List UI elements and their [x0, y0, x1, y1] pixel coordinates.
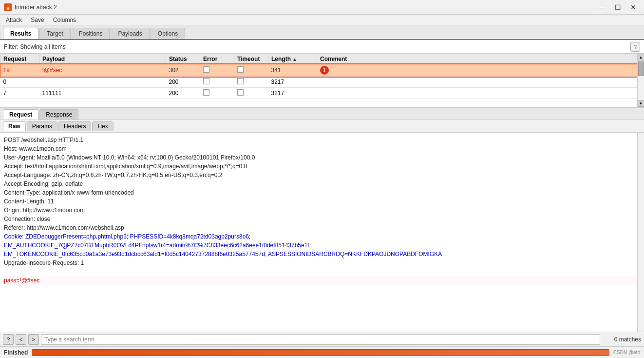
- search-prev-button[interactable]: <: [16, 334, 26, 345]
- request-line: Content-Length: 11: [4, 197, 640, 206]
- request-line: Upgrade-Insecure-Requests: 1: [4, 259, 640, 267]
- scroll-thumb[interactable]: [638, 61, 644, 76]
- request-line: POST /webshell.asp HTTP/1.1: [4, 136, 640, 144]
- tab-results[interactable]: Results: [3, 28, 38, 39]
- status-progress-bar: [32, 349, 609, 356]
- title-bar: 🔥 Intruder attack 2 — ☐ ✕: [0, 0, 644, 15]
- sub-tab-hex[interactable]: Hex: [92, 121, 113, 131]
- result-badge: 1: [320, 66, 329, 75]
- tab-positions[interactable]: Positions: [72, 28, 110, 39]
- search-next-button[interactable]: >: [28, 334, 39, 345]
- results-table: Request Payload Status Error Timeout Len…: [0, 54, 637, 99]
- request-line: Connection: close: [4, 215, 640, 223]
- request-line: pass=!@#sec: [4, 276, 640, 285]
- close-button[interactable]: ✕: [626, 2, 640, 12]
- col-header-request[interactable]: Request: [0, 54, 39, 64]
- maximize-button[interactable]: ☐: [611, 2, 625, 12]
- scroll-up-arrow[interactable]: ▲: [638, 54, 644, 60]
- col-header-length[interactable]: Length ▲: [268, 54, 317, 64]
- req-resp-tab-bar: Request Response: [0, 107, 644, 120]
- sub-tab-raw[interactable]: Raw: [3, 121, 26, 131]
- window-title: Intruder attack 2: [15, 4, 57, 11]
- main-container: Results Target Positions Payloads Option…: [0, 25, 644, 358]
- request-line: EM_AUTHCOOKIE_7QjPZ7c07BTMupbR0OVLd4PFnp…: [4, 241, 640, 250]
- col-header-payload[interactable]: Payload: [39, 54, 166, 64]
- request-line: [4, 267, 640, 276]
- request-line: Referer: http://www.c1moon.com/webshell.…: [4, 223, 640, 232]
- request-content: POST /webshell.asp HTTP/1.1Host: www.c1m…: [0, 133, 644, 332]
- status-text: Finished: [4, 349, 28, 356]
- request-line: EM_TOKENCOOKIE_0fc635cd0a1a3e73e93d1dcbc…: [4, 250, 640, 259]
- sub-tab-headers[interactable]: Headers: [58, 121, 91, 131]
- filter-bar: Filter: Showing all items ?: [0, 40, 644, 54]
- table-row[interactable]: 71111112003217: [0, 88, 637, 99]
- menu-save[interactable]: Save: [27, 16, 48, 24]
- tab-request[interactable]: Request: [3, 109, 38, 119]
- status-tag: CSDN @ato: [613, 350, 640, 355]
- search-help-button[interactable]: ?: [3, 334, 14, 345]
- col-header-error[interactable]: Error: [200, 54, 234, 64]
- menu-columns[interactable]: Columns: [49, 16, 80, 24]
- col-header-comment[interactable]: Comment: [317, 54, 637, 64]
- request-line: Cookie: ZDEDebuggerPresent=php,phtml,php…: [4, 232, 640, 241]
- window-controls: — ☐ ✕: [595, 2, 640, 12]
- tab-target[interactable]: Target: [39, 28, 70, 39]
- matches-count: 0 matches: [602, 336, 641, 343]
- menu-bar: Attack Save Columns: [0, 15, 644, 25]
- request-line: User-Agent: Mozilla/5.0 (Windows NT 10.0…: [4, 153, 640, 162]
- table-scrollbar[interactable]: ▲ ▼: [637, 54, 644, 107]
- request-line: Accept-Language: zh-CN,zh;q=0.8,zh-TW;q=…: [4, 171, 640, 179]
- minimize-button[interactable]: —: [595, 2, 609, 12]
- tab-payloads[interactable]: Payloads: [111, 28, 149, 39]
- content-scrollbar[interactable]: [637, 133, 644, 332]
- sub-tab-bar: Raw Params Headers Hex: [0, 120, 644, 133]
- scroll-down-arrow[interactable]: ▼: [638, 100, 644, 107]
- tab-response[interactable]: Response: [39, 109, 78, 119]
- request-line: Accept: text/html,application/xhtml+xml,…: [4, 162, 640, 171]
- request-line: Content-Type: application/x-www-form-url…: [4, 188, 640, 197]
- request-line: Origin: http://www.c1moon.com: [4, 206, 640, 215]
- table-row[interactable]: 19!@#sec3023411: [0, 64, 637, 77]
- results-table-container: Request Payload Status Error Timeout Len…: [0, 54, 644, 107]
- sub-tab-params[interactable]: Params: [27, 121, 57, 131]
- filter-help-button[interactable]: ?: [630, 42, 640, 52]
- menu-attack[interactable]: Attack: [2, 16, 26, 24]
- main-tab-bar: Results Target Positions Payloads Option…: [0, 25, 644, 40]
- request-line: Host: www.c1moon.com: [4, 144, 640, 153]
- col-header-status[interactable]: Status: [166, 54, 200, 64]
- table-row[interactable]: 02003217: [0, 77, 637, 88]
- search-input[interactable]: [41, 334, 600, 345]
- status-bar: Finished CSDN @ato: [0, 346, 644, 358]
- col-header-timeout[interactable]: Timeout: [234, 54, 268, 64]
- sort-arrow-icon: ▲: [292, 57, 297, 62]
- search-bar: ? < > > 0 matches: [0, 332, 644, 346]
- filter-text: Filter: Showing all items: [4, 43, 66, 50]
- request-line: Accept-Encoding: gzip, deflate: [4, 179, 640, 188]
- app-icon: 🔥: [4, 3, 12, 11]
- tab-options[interactable]: Options: [151, 28, 185, 39]
